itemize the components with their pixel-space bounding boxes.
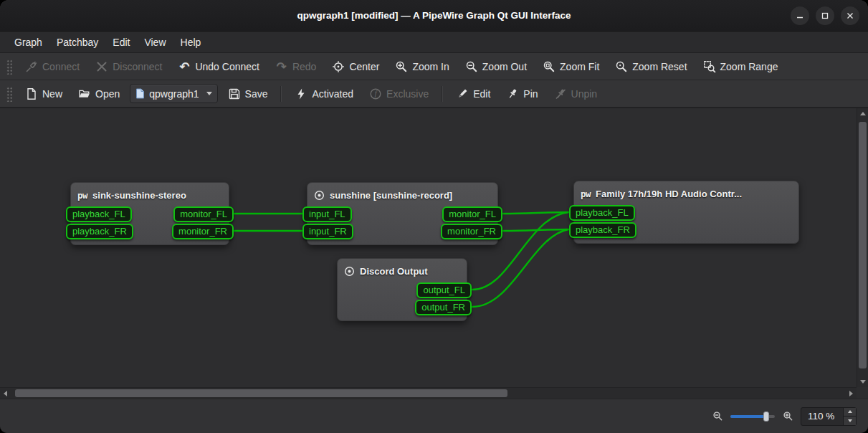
- scroll-left-button[interactable]: [0, 388, 11, 399]
- vertical-scrollbar[interactable]: [857, 108, 868, 387]
- port-input-fr[interactable]: input_FR: [302, 224, 353, 239]
- unpin-icon: [554, 87, 567, 100]
- file-toolbar: New Open qpwgraph1: [0, 80, 868, 108]
- zoom-out-button[interactable]: Zoom Out: [459, 57, 533, 77]
- zoom-out-mini-icon[interactable]: [712, 411, 723, 422]
- port-output-fl[interactable]: output_FL: [416, 282, 472, 298]
- undo-connect-label: Undo Connect: [195, 61, 259, 72]
- vertical-scroll-track[interactable]: [857, 119, 868, 376]
- save-button[interactable]: Save: [222, 84, 274, 104]
- open-button[interactable]: Open: [72, 84, 125, 104]
- zoom-slider-handle[interactable]: [763, 411, 769, 422]
- minimize-button[interactable]: [791, 6, 809, 25]
- undo-connect-button[interactable]: ↶ Undo Connect: [172, 57, 265, 77]
- activated-label: Activated: [312, 88, 353, 100]
- horizontal-scroll-track[interactable]: [11, 388, 846, 399]
- port-row: input_FR monitor_FR: [307, 223, 497, 240]
- port-monitor-fr[interactable]: monitor_FR: [172, 224, 234, 239]
- disconnect-button[interactable]: Disconnect: [90, 57, 168, 77]
- new-file-icon: [25, 87, 38, 100]
- port-output-fr[interactable]: output_FR: [415, 300, 472, 315]
- unpin-button[interactable]: Unpin: [548, 84, 604, 104]
- port-playback-fl[interactable]: playback_FL: [66, 206, 132, 222]
- pin-icon: [506, 87, 519, 100]
- node-sunshine-record[interactable]: sunshine [sunshine-record] input_FL moni…: [307, 182, 498, 245]
- node-family-hd-audio-controller[interactable]: pw Family 17h/19h HD Audio Contr... play…: [573, 181, 799, 244]
- port-row: output_FR: [338, 299, 467, 316]
- maximize-button[interactable]: [816, 6, 834, 25]
- patchbay-combo[interactable]: qpwgraph1: [130, 84, 217, 103]
- horizontal-scrollbar[interactable]: [0, 387, 857, 399]
- vertical-scroll-thumb[interactable]: [859, 122, 867, 369]
- svg-text:f: f: [375, 90, 378, 97]
- zoom-step-up-button[interactable]: [844, 408, 856, 417]
- menubar: Graph Patchbay Edit View Help: [0, 32, 868, 53]
- zoom-in-button[interactable]: Zoom In: [389, 57, 454, 77]
- zoom-range-icon: [703, 60, 716, 73]
- arrow-up-icon: [860, 112, 866, 115]
- zoom-slider[interactable]: [730, 411, 775, 422]
- menu-patchbay[interactable]: Patchbay: [49, 32, 105, 52]
- zoom-fit-button[interactable]: Zoom Fit: [537, 57, 605, 77]
- edge-sunshine-monitor-fr-to-family-playback-fr[interactable]: [503, 229, 568, 231]
- open-label: Open: [95, 88, 120, 100]
- zoom-step-down-button[interactable]: [844, 417, 856, 425]
- unpin-label: Unpin: [571, 88, 598, 100]
- arrow-left-icon: [4, 391, 7, 396]
- node-header: sunshine [sunshine-record]: [307, 183, 497, 206]
- pin-button[interactable]: Pin: [500, 84, 543, 104]
- zoom-reset-button[interactable]: Zoom Reset: [609, 57, 692, 77]
- stream-icon: [314, 190, 325, 201]
- new-button[interactable]: New: [19, 84, 68, 104]
- port-monitor-fl[interactable]: monitor_FL: [442, 206, 502, 222]
- node-discord-output[interactable]: Discord Output output_FL output_FR: [337, 258, 467, 321]
- zoom-spinbox[interactable]: 110 %: [801, 407, 857, 426]
- node-title: Family 17h/19h HD Audio Contr...: [596, 189, 742, 199]
- undo-icon: ↶: [178, 60, 191, 73]
- port-playback-fl[interactable]: playback_FL: [569, 205, 635, 221]
- edit-pencil-icon: [456, 87, 469, 100]
- connect-label: Connect: [42, 61, 80, 72]
- toolbar-drag-handle[interactable]: [6, 86, 12, 102]
- port-monitor-fr[interactable]: monitor_FR: [441, 224, 502, 239]
- zoom-reset-label: Zoom Reset: [632, 61, 687, 72]
- menu-graph[interactable]: Graph: [7, 32, 49, 52]
- horizontal-scroll-thumb[interactable]: [15, 389, 507, 397]
- pipewire-icon: pw: [581, 189, 591, 199]
- port-playback-fr[interactable]: playback_FR: [66, 224, 133, 239]
- node-sink-sunshine-stereo[interactable]: pw sink-sunshine-stereo playback_FL moni…: [70, 182, 229, 245]
- graph-canvas[interactable]: pw sink-sunshine-stereo playback_FL moni…: [0, 108, 857, 387]
- toolbar-separator: [442, 86, 443, 102]
- exclusive-button[interactable]: f Exclusive: [363, 84, 434, 104]
- zoom-in-mini-icon[interactable]: [782, 411, 793, 422]
- menu-help[interactable]: Help: [173, 32, 209, 52]
- exclusive-icon: f: [369, 87, 382, 100]
- toolbar-drag-handle[interactable]: [6, 59, 12, 75]
- node-header: Discord Output: [338, 259, 467, 282]
- menu-edit[interactable]: Edit: [105, 32, 137, 52]
- center-label: Center: [349, 61, 379, 72]
- port-input-fl[interactable]: input_FL: [302, 206, 352, 222]
- scroll-up-button[interactable]: [857, 108, 868, 119]
- stream-icon: [344, 266, 355, 277]
- toolbar-separator: [280, 86, 282, 102]
- redo-button[interactable]: ↷ Redo: [270, 57, 322, 77]
- connect-button[interactable]: Connect: [19, 57, 85, 77]
- edit-button[interactable]: Edit: [450, 84, 496, 104]
- arrow-up-icon: [848, 410, 852, 413]
- activated-button[interactable]: Activated: [289, 84, 359, 104]
- center-button[interactable]: Center: [326, 57, 385, 77]
- port-monitor-fl[interactable]: monitor_FL: [173, 206, 234, 222]
- scroll-right-button[interactable]: [846, 388, 857, 399]
- zoom-out-icon: [465, 60, 478, 73]
- port-playback-fr[interactable]: playback_FR: [569, 222, 636, 238]
- scroll-down-button[interactable]: [857, 376, 868, 387]
- close-button[interactable]: [841, 6, 859, 25]
- zoom-range-button[interactable]: Zoom Range: [697, 57, 784, 77]
- port-row: playback_FL monitor_FL: [71, 206, 229, 223]
- menu-view[interactable]: View: [137, 32, 173, 52]
- chevron-down-icon: [206, 92, 212, 95]
- edge-sunshine-monitor-fl-to-family-playback-fl[interactable]: [503, 212, 568, 214]
- canvas-area: pw sink-sunshine-stereo playback_FL moni…: [0, 108, 868, 399]
- disconnect-icon: [95, 60, 108, 73]
